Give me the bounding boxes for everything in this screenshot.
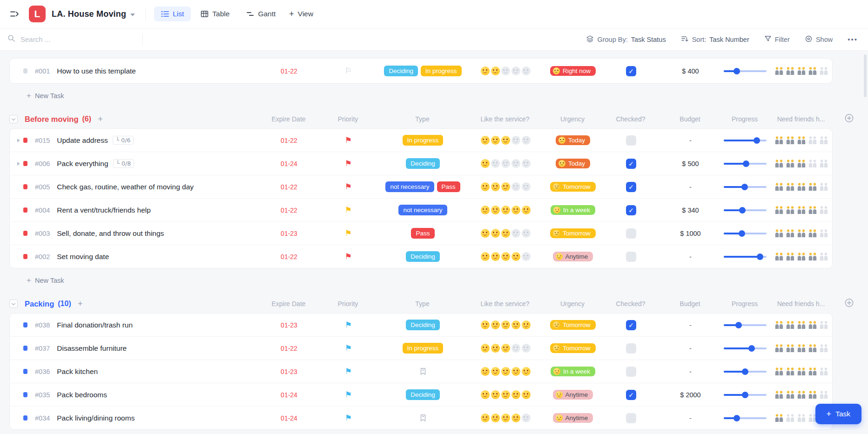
type-cell[interactable]: Deciding <box>380 158 466 169</box>
collapse-group-icon[interactable] <box>9 300 18 308</box>
expire-date-cell[interactable]: 01-23 <box>261 368 317 375</box>
checkbox[interactable] <box>626 135 636 146</box>
need-friends-cell[interactable] <box>771 67 832 75</box>
task-row[interactable]: #004Rent a vent/truck/friends help01-22⚑… <box>10 198 832 221</box>
urgency-badge[interactable]: Anytime <box>553 252 593 261</box>
add-task-to-group-icon[interactable]: + <box>98 114 103 124</box>
type-cell[interactable]: Deciding <box>380 251 466 262</box>
expire-date-cell[interactable]: 01-23 <box>261 321 317 329</box>
task-row[interactable]: #038Final donation/trash run01-23⚑Decidi… <box>10 314 832 336</box>
show-button[interactable]: Show <box>805 35 833 44</box>
column-header-priority[interactable]: Priority <box>316 300 379 307</box>
type-cell[interactable] <box>380 414 466 422</box>
progress-slider[interactable] <box>724 415 767 421</box>
column-header-checked[interactable]: Checked? <box>600 115 661 123</box>
progress-slider[interactable] <box>724 184 767 190</box>
like-the-service-cell[interactable] <box>466 136 545 145</box>
slider-thumb[interactable] <box>733 68 740 74</box>
add-field-button[interactable] <box>844 298 854 310</box>
column-header-urgency[interactable]: Urgency <box>545 115 600 123</box>
need-friends-cell[interactable] <box>771 182 832 191</box>
urgency-badge[interactable]: Anytime <box>553 413 593 423</box>
column-header-urgency[interactable]: Urgency <box>545 300 600 307</box>
column-header-type[interactable]: Type <box>379 115 465 123</box>
expire-date-cell[interactable]: 01-22 <box>261 253 317 260</box>
priority-cell[interactable]: ⚑ <box>317 344 380 352</box>
task-title[interactable]: How to use this template <box>57 67 136 75</box>
progress-slider[interactable] <box>724 137 767 144</box>
urgency-badge[interactable]: In a week <box>551 205 595 215</box>
like-the-service-cell[interactable] <box>466 320 545 329</box>
type-badge[interactable]: Deciding <box>406 251 440 262</box>
budget-cell[interactable]: $ 1000 <box>661 230 720 237</box>
sort-button[interactable]: Sort: Task Number <box>681 35 749 44</box>
task-title[interactable]: Set moving date <box>57 253 109 261</box>
task-title[interactable]: Final donation/trash run <box>57 321 133 329</box>
budget-cell[interactable]: - <box>661 368 720 375</box>
slider-thumb[interactable] <box>739 230 745 237</box>
column-header-priority[interactable]: Priority <box>316 115 379 123</box>
column-header-type[interactable]: Type <box>379 300 465 307</box>
expire-date-cell[interactable]: 01-22 <box>261 345 317 352</box>
need-friends-cell[interactable] <box>771 229 832 238</box>
priority-cell[interactable]: ⚑ <box>317 321 380 329</box>
priority-cell[interactable]: ⚑ <box>317 229 380 237</box>
type-cell[interactable]: not necessary <box>380 205 466 215</box>
budget-cell[interactable]: $ 340 <box>661 207 720 214</box>
checkbox[interactable]: ✓ <box>626 320 636 330</box>
column-header-like-the-service[interactable]: Like the service? <box>465 300 545 307</box>
slider-thumb[interactable] <box>735 322 742 328</box>
budget-cell[interactable]: - <box>661 253 720 260</box>
slider-thumb[interactable] <box>733 415 740 421</box>
type-badge[interactable]: In progress <box>403 135 444 146</box>
urgency-badge[interactable]: Today <box>556 159 590 168</box>
progress-slider[interactable] <box>724 345 767 352</box>
priority-cell[interactable]: ⚑ <box>317 160 380 167</box>
priority-cell[interactable]: ⚑ <box>317 367 380 375</box>
task-row[interactable]: #036Pack kitchen01-23⚑In a week- <box>10 360 832 383</box>
budget-cell[interactable]: $ 400 <box>661 67 720 75</box>
column-header-progress[interactable]: Progress <box>719 300 770 307</box>
task-title[interactable]: Sell, donate, and throw out things <box>57 229 164 238</box>
urgency-badge[interactable]: Anytime <box>553 390 593 400</box>
type-badge[interactable]: In progress <box>421 66 462 76</box>
tab-table[interactable]: Table <box>194 7 236 21</box>
task-row[interactable]: #006Pack everything└0/801-24⚑DecidingTod… <box>10 152 832 175</box>
column-header-progress[interactable]: Progress <box>719 115 770 123</box>
checkbox[interactable] <box>626 252 636 262</box>
column-header-need-friends-h[interactable]: Need friends h... <box>770 300 832 307</box>
like-the-service-cell[interactable] <box>466 414 545 422</box>
collapse-group-icon[interactable] <box>9 115 18 123</box>
task-row[interactable]: #035Pack bedrooms01-24⚑DecidingAnytime✓$… <box>10 383 832 406</box>
type-cell[interactable]: Deciding <box>380 389 466 400</box>
progress-slider[interactable] <box>724 160 767 167</box>
column-header-budget[interactable]: Budget <box>661 115 719 123</box>
task-title[interactable]: Pack living/dining rooms <box>57 414 135 422</box>
type-badge[interactable]: Deciding <box>406 389 440 400</box>
task-row[interactable]: #005Check gas, routine, weather of movin… <box>10 175 832 198</box>
checkbox[interactable] <box>626 343 636 354</box>
urgency-badge[interactable]: Tomorrow <box>550 228 595 238</box>
progress-slider[interactable] <box>724 254 767 260</box>
urgency-cell[interactable]: Anytime <box>545 413 601 423</box>
expire-date-cell[interactable]: 01-22 <box>261 137 317 144</box>
urgency-cell[interactable]: Tomorrow <box>545 320 601 330</box>
budget-cell[interactable]: $ 2000 <box>661 391 720 399</box>
group-name[interactable]: Packing <box>25 300 54 308</box>
expire-date-cell[interactable]: 01-24 <box>261 414 317 422</box>
priority-cell[interactable]: ⚐ <box>317 67 380 75</box>
urgency-badge[interactable]: Right now <box>550 66 596 76</box>
priority-cell[interactable]: ⚑ <box>317 391 380 399</box>
urgency-cell[interactable]: Anytime <box>545 390 601 400</box>
budget-cell[interactable]: - <box>661 183 720 191</box>
expire-date-cell[interactable]: 01-24 <box>261 160 317 167</box>
progress-slider[interactable] <box>724 230 767 237</box>
task-row[interactable]: #001How to use this template01-22⚐Decidi… <box>10 59 832 83</box>
task-row[interactable]: #015Update address└0/601-22⚑In progressT… <box>10 129 832 152</box>
expand-sidebar-icon[interactable] <box>7 7 21 21</box>
need-friends-cell[interactable] <box>771 159 832 168</box>
need-friends-cell[interactable] <box>771 390 832 399</box>
slider-thumb[interactable] <box>748 345 755 352</box>
task-row[interactable]: #034Pack living/dining rooms01-24⚑Anytim… <box>10 406 832 429</box>
task-title[interactable]: Pack kitchen <box>57 367 98 376</box>
